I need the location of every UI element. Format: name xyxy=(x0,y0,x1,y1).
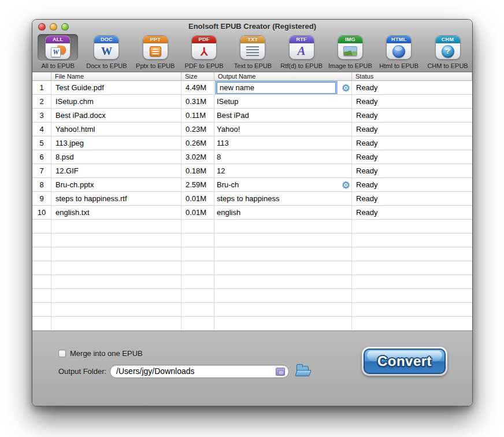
table-row[interactable]: 5113.jpeg0.26M113Ready xyxy=(32,136,472,150)
table-row[interactable]: 3Best iPad.docx0.11MBest iPadReady xyxy=(32,109,472,123)
folder-shortcut-icon[interactable] xyxy=(276,368,285,376)
output-name-input[interactable] xyxy=(217,82,336,94)
toolbar-item-all[interactable]: ALLWAll to EPUB xyxy=(34,34,82,71)
rename-gear-icon[interactable]: ⚙ xyxy=(342,180,350,190)
output-name-cell: 113 xyxy=(214,136,352,150)
ribbon-badge: ALL xyxy=(46,36,70,43)
output-name-cell: Best iPad xyxy=(214,109,352,122)
row-number: 4 xyxy=(32,123,51,136)
table-row[interactable]: 2ISetup.chm0.31MISetupReady xyxy=(32,95,472,109)
table-row[interactable]: 4Yahoo!.html0.23MYahoo!Ready xyxy=(32,123,472,136)
window-chrome: Enolsoft EPUB Creator (Registered) ALLWA… xyxy=(32,20,472,72)
window-title: Enolsoft EPUB Creator (Registered) xyxy=(32,20,472,34)
bottom-panel: Merge into one EPUB Output Folder: /User… xyxy=(32,331,472,406)
empty-table-row xyxy=(32,303,472,317)
row-number: 2 xyxy=(32,95,51,108)
zoom-button[interactable] xyxy=(61,23,69,31)
toolbar-item-html[interactable]: HTMLHtml to EPUB xyxy=(375,34,423,71)
merge-option: Merge into one EPUB xyxy=(58,349,143,358)
table-row[interactable]: 712.GIF0.18M12Ready xyxy=(32,164,472,178)
ribbon-badge: CHM xyxy=(436,36,460,43)
status-cell: Ready xyxy=(352,192,472,205)
file-size-cell: 0.01M xyxy=(181,192,214,205)
status-cell: Ready xyxy=(352,95,472,108)
table-row[interactable]: 68.psd3.02M8Ready xyxy=(32,150,472,164)
toolbar-item-txt[interactable]: TXTText to EPUB xyxy=(228,34,277,71)
status-cell: Ready xyxy=(352,81,472,94)
rename-gear-icon[interactable]: ⚙ xyxy=(342,83,350,92)
browse-folder-icon[interactable] xyxy=(296,366,311,377)
toolbar-item-doc[interactable]: DOCWDocx to EPUB xyxy=(82,34,131,71)
table-row[interactable]: 1Test Guide.pdf4.49M⚙Ready xyxy=(32,81,472,95)
toolbar-item-chm[interactable]: CHM?CHM to EPUB xyxy=(423,34,472,71)
ribbon-badge: PPT xyxy=(143,36,168,43)
toolbar-item-ppt[interactable]: PPTPptx to EPUB xyxy=(131,34,180,71)
file-size-cell: 0.23M xyxy=(181,123,214,136)
row-number: 10 xyxy=(32,206,51,219)
ribbon-badge: HTML xyxy=(387,36,411,43)
column-header-num[interactable] xyxy=(32,72,51,80)
toolbar-item-img[interactable]: IMGImage to EPUB xyxy=(326,34,375,71)
file-size-cell: 0.31M xyxy=(181,95,214,108)
column-header-status[interactable]: Status xyxy=(352,72,472,80)
toolbar-item-pdf[interactable]: PDF⅄PDF to EPUB xyxy=(180,34,228,71)
output-folder-label: Output Folder: xyxy=(58,367,106,376)
app-window: Enolsoft EPUB Creator (Registered) ALLWA… xyxy=(32,19,473,406)
file-size-cell: 4.49M xyxy=(181,81,214,94)
output-name-cell: ISetup xyxy=(214,95,352,108)
toolbar-item-label: PDF to EPUB xyxy=(184,62,223,69)
table-body: 1Test Guide.pdf4.49M⚙Ready2ISetup.chm0.3… xyxy=(32,81,472,331)
close-button[interactable] xyxy=(38,23,46,31)
column-header-out[interactable]: Output Name xyxy=(214,72,352,80)
column-header-size[interactable]: Size xyxy=(181,72,214,80)
desktop-background: Enolsoft EPUB Creator (Registered) ALLWA… xyxy=(0,0,504,437)
adobe-pdf-icon: PDF⅄ xyxy=(191,35,217,60)
table-row[interactable]: 8Bru-ch.pptx2.59MBru-ch⚙Ready xyxy=(32,178,472,192)
table-row[interactable]: 9steps to happiness.rtf0.01Msteps to hap… xyxy=(32,192,472,206)
titlebar[interactable]: Enolsoft EPUB Creator (Registered) xyxy=(32,20,472,34)
file-name-cell: steps to happiness.rtf xyxy=(51,192,181,205)
minimize-button[interactable] xyxy=(50,23,57,31)
empty-table-row xyxy=(32,261,472,275)
row-number: 7 xyxy=(32,164,51,177)
word-icon: DOCW xyxy=(94,35,119,60)
column-header-file[interactable]: File Name xyxy=(51,72,181,80)
row-number: 9 xyxy=(32,192,51,205)
output-name-cell: Yahoo! xyxy=(214,123,352,136)
output-name-text: 12 xyxy=(217,166,225,175)
ribbon-badge: IMG xyxy=(338,36,362,43)
traffic-lights xyxy=(38,23,69,31)
toolbar-item-rtf[interactable]: RTFARtf(d) to EPUB xyxy=(277,34,325,71)
file-size-cell: 0.26M xyxy=(181,136,214,150)
status-cell: Ready xyxy=(352,136,472,150)
status-cell: Ready xyxy=(352,178,472,191)
output-folder-field[interactable]: /Users/jgy/Downloads xyxy=(110,365,289,378)
output-name-cell: ⚙ xyxy=(214,81,352,94)
toolbar-item-label: Image to EPUB xyxy=(328,62,372,69)
file-name-cell: ISetup.chm xyxy=(51,95,181,108)
file-name-cell: english.txt xyxy=(51,206,181,219)
file-name-cell: Best iPad.docx xyxy=(51,109,181,122)
table-header-row: File NameSizeOutput NameStatus xyxy=(32,72,472,81)
convert-button[interactable]: Convert xyxy=(362,347,447,376)
powerpoint-icon: PPT xyxy=(143,35,168,60)
table-row[interactable]: 10english.txt0.01MenglishReady xyxy=(32,206,472,220)
output-name-cell: english xyxy=(214,206,352,219)
output-name-text: Best iPad xyxy=(217,111,249,120)
ribbon-badge: RTF xyxy=(290,36,314,43)
empty-table-row xyxy=(32,317,472,331)
toolbar-item-label: All to EPUB xyxy=(41,62,74,69)
toolbar-item-label: Pptx to EPUB xyxy=(136,62,175,69)
merge-checkbox[interactable] xyxy=(58,350,66,357)
file-size-cell: 0.18M xyxy=(181,164,214,177)
toolbar-item-label: Docx to EPUB xyxy=(86,62,127,69)
empty-table-row xyxy=(32,220,472,234)
status-cell: Ready xyxy=(352,123,472,136)
file-name-cell: 12.GIF xyxy=(51,164,181,177)
toolbar-item-label: Html to EPUB xyxy=(379,62,418,69)
empty-table-row xyxy=(32,247,472,261)
file-name-cell: 113.jpeg xyxy=(51,136,181,150)
convert-button-label: Convert xyxy=(377,353,432,369)
merge-label: Merge into one EPUB xyxy=(70,349,143,358)
output-name-text: steps to happiness xyxy=(217,194,279,203)
